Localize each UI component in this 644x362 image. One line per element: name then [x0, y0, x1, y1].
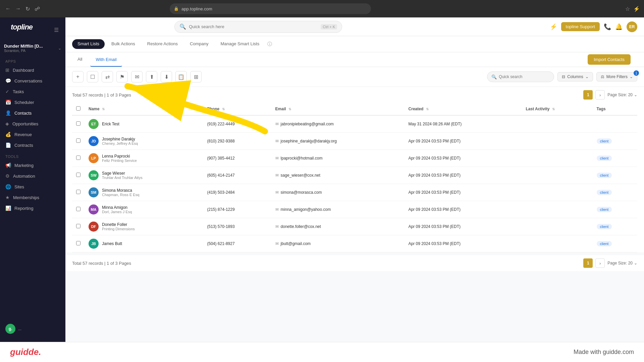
- phone-icon-button[interactable]: 📞: [604, 23, 611, 31]
- sidebar-item-label: Contracts: [14, 143, 33, 148]
- address-bar[interactable]: 🔒 app.topline.com: [170, 3, 371, 14]
- row-checkbox[interactable]: [76, 173, 80, 177]
- sort-name-icon[interactable]: ⇅: [102, 107, 105, 111]
- user-profile-item[interactable]: g. ...: [0, 321, 65, 337]
- more-filters-button[interactable]: ⚖ More Filters ⌄ 1: [596, 72, 637, 81]
- flag-button[interactable]: ⚑: [116, 71, 128, 82]
- table-search-input[interactable]: [499, 74, 549, 79]
- filter-button[interactable]: ☐: [87, 71, 98, 82]
- contact-name: Josephine Darakjy: [102, 137, 138, 141]
- email-icon: ✉: [275, 190, 279, 195]
- row-checkbox[interactable]: [76, 156, 80, 160]
- sort-activity-icon[interactable]: ⇅: [552, 107, 555, 111]
- sidebar-item-automation[interactable]: ⚙ Automation: [0, 171, 65, 181]
- sidebar-item-sites[interactable]: 🌐 Sites: [0, 181, 65, 192]
- workspace-selector[interactable]: Dunder Mifflin [D... Scranton, PA ⌄: [0, 41, 65, 55]
- apps-section-label: Apps: [0, 55, 65, 65]
- sidebar-item-label: Scheduler: [14, 100, 34, 105]
- sidebar-item-tasks[interactable]: ✓ Tasks: [0, 86, 65, 97]
- tab-bulk-actions[interactable]: Bulk Actions: [106, 37, 141, 51]
- sidebar-item-memberships[interactable]: ★ Memberships: [0, 192, 65, 203]
- tab-smart-lists[interactable]: Smart Lists: [72, 39, 105, 49]
- sort-created-icon[interactable]: ⇅: [426, 107, 429, 111]
- download-button[interactable]: ⬇: [161, 71, 172, 82]
- tab-company[interactable]: Company: [184, 37, 214, 51]
- sidebar-item-conversations[interactable]: 💬 Conversations: [0, 75, 65, 86]
- columns-button[interactable]: ⊟ Columns ⌄: [557, 72, 593, 81]
- back-button[interactable]: ←: [4, 4, 12, 13]
- support-button[interactable]: topline Support: [561, 22, 600, 31]
- row-checkbox[interactable]: [76, 190, 80, 194]
- global-search-bar[interactable]: 🔍 Ctrl + K: [174, 21, 342, 33]
- upload-button[interactable]: ⬆: [146, 71, 157, 82]
- page-size-selector[interactable]: Page Size: 20 ⌄: [607, 93, 637, 97]
- table-search-bar[interactable]: 🔍: [487, 71, 554, 82]
- user-avatar-button[interactable]: ER: [627, 21, 637, 32]
- notifications-button[interactable]: 🔔: [615, 23, 623, 31]
- page-size-bottom-selector[interactable]: Page Size: 20 ⌄: [607, 261, 637, 265]
- sidebar-item-revenue[interactable]: 💰 Revenue: [0, 129, 65, 140]
- sidebar-item-label: Revenue: [14, 132, 32, 137]
- page-1-bottom-button[interactable]: 1: [583, 258, 593, 268]
- browser-navigation: ← → ↻ ☍: [4, 4, 41, 13]
- row-checkbox[interactable]: [76, 224, 80, 228]
- select-all-checkbox[interactable]: [76, 106, 80, 111]
- contact-created: Apr 09 2024 03:53 PM (EDT): [405, 218, 522, 235]
- bookmark-icon[interactable]: ☆: [625, 6, 630, 12]
- table-row[interactable]: MA Minna Amigon Dorl, James J Esq (215) …: [72, 201, 637, 218]
- import-contacts-button[interactable]: Import Contacts: [588, 54, 631, 65]
- filter-tab-all[interactable]: All: [72, 55, 88, 64]
- table-row[interactable]: SM Simona Morasca Chapman, Ross E Esq (4…: [72, 184, 637, 201]
- home-button[interactable]: ☍: [33, 4, 41, 13]
- reload-button[interactable]: ↻: [24, 4, 31, 13]
- sidebar-item-contracts[interactable]: 📄 Contracts: [0, 140, 65, 150]
- contact-avatar: SW: [89, 170, 99, 180]
- contact-created: Apr 09 2024 03:53 PM (EDT): [405, 167, 522, 184]
- table-row[interactable]: SW Sage Wieser Truhlar And Truhlar Attys…: [72, 167, 637, 184]
- tab-manage-smart-lists[interactable]: Manage Smart Lists: [215, 37, 265, 51]
- tab-restore-actions[interactable]: Restore Actions: [142, 37, 183, 51]
- info-icon[interactable]: ⓘ: [267, 41, 272, 47]
- sidebar-item-contacts[interactable]: 👤 Contacts: [0, 108, 65, 118]
- table-row[interactable]: LP Lenna Paprocki Feltz Printing Service…: [72, 150, 637, 167]
- sidebar-item-reporting[interactable]: 📊 Reporting: [0, 203, 65, 214]
- table-row[interactable]: JD Josephine Darakjy Cheney, Jeffrey A E…: [72, 133, 637, 150]
- sidebar-item-opportunities[interactable]: ◈ Opportunities: [0, 118, 65, 129]
- forward-button[interactable]: →: [14, 4, 22, 13]
- next-page-bottom-button[interactable]: ›: [595, 258, 605, 268]
- sidebar-item-marketing[interactable]: 📢 Marketing: [0, 160, 65, 171]
- email-button[interactable]: ✉: [131, 71, 143, 82]
- filters-count-badge: 1: [634, 70, 639, 76]
- sidebar: topline ☰ Dunder Mifflin [D... Scranton,…: [0, 17, 65, 342]
- next-page-button[interactable]: ›: [595, 90, 605, 100]
- row-checkbox[interactable]: [76, 121, 80, 126]
- add-button[interactable]: +: [72, 71, 84, 82]
- global-search-input[interactable]: [189, 24, 318, 29]
- table-row[interactable]: DF Donette Foller Printing Dimensions (5…: [72, 218, 637, 235]
- lightning-button[interactable]: ⚡: [550, 23, 557, 31]
- row-checkbox[interactable]: [76, 241, 80, 245]
- sidebar-item-dashboard[interactable]: ⊞ Dashboard: [0, 65, 65, 75]
- row-checkbox[interactable]: [76, 138, 80, 143]
- page-1-button[interactable]: 1: [583, 90, 593, 100]
- contact-avatar: MA: [89, 204, 99, 215]
- document-button[interactable]: 📋: [175, 71, 187, 82]
- merge-button[interactable]: ⇄: [102, 71, 113, 82]
- sidebar-toggle-button[interactable]: ☰: [50, 25, 63, 35]
- sort-phone-icon[interactable]: ⇅: [222, 107, 225, 111]
- contact-phone: (810) 292-9388: [203, 133, 271, 150]
- grid-button[interactable]: ⊞: [190, 71, 202, 82]
- user-avatar: g.: [5, 324, 15, 334]
- contact-email: simona@morasca.com: [281, 190, 322, 195]
- sidebar-item-scheduler[interactable]: 📅 Scheduler: [0, 97, 65, 108]
- extensions-icon[interactable]: ⚡: [633, 6, 640, 12]
- sort-email-icon[interactable]: ⇅: [288, 107, 291, 111]
- table-row[interactable]: JB James Butt (504) 621-8927 ✉ jbutt@gma…: [72, 235, 637, 252]
- sidebar-item-label: Opportunities: [12, 121, 38, 126]
- contact-name: Lenna Paprocki: [102, 154, 137, 159]
- top-bar: 🔍 Ctrl + K ⚡ topline Support 📞 🔔 ER: [65, 17, 644, 36]
- filter-tab-with-email[interactable]: With Email: [90, 52, 122, 67]
- row-checkbox[interactable]: [76, 207, 80, 211]
- user-name-label: ...: [18, 326, 21, 331]
- table-row[interactable]: ET Erick Test (919) 222-4449 ✉ jabronipi…: [72, 115, 637, 133]
